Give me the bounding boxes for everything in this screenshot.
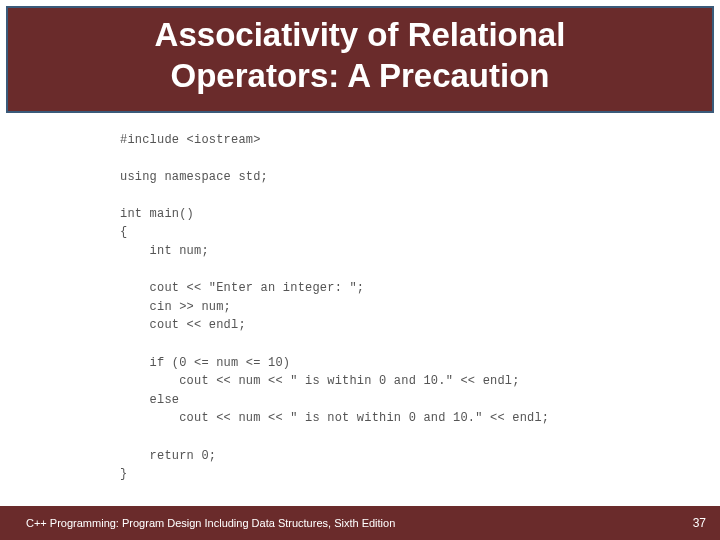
slide-title: Associativity of Relational Operators: A… [18, 14, 702, 97]
code-line: #include <iostream> [120, 133, 261, 147]
title-line-1: Associativity of Relational [155, 16, 566, 53]
page-number: 37 [693, 516, 706, 530]
code-line: cout << num << " is not within 0 and 10.… [120, 411, 549, 425]
code-line: cout << num << " is within 0 and 10." <<… [120, 374, 520, 388]
code-line: else [120, 393, 179, 407]
code-line: int num; [120, 244, 209, 258]
title-line-2: Operators: A Precaution [171, 57, 550, 94]
code-line: if (0 <= num <= 10) [120, 356, 290, 370]
footer-text: C++ Programming: Program Design Includin… [26, 517, 395, 529]
code-block: #include <iostream> using namespace std;… [0, 113, 720, 494]
slide-footer: C++ Programming: Program Design Includin… [0, 506, 720, 540]
slide-header: Associativity of Relational Operators: A… [6, 6, 714, 113]
code-line: cout << endl; [120, 318, 246, 332]
code-line: } [120, 467, 127, 481]
code-line: { [120, 225, 127, 239]
code-line: int main() [120, 207, 194, 221]
code-line: using namespace std; [120, 170, 268, 184]
code-line: return 0; [120, 449, 216, 463]
code-line: cout << "Enter an integer: "; [120, 281, 364, 295]
code-line: cin >> num; [120, 300, 231, 314]
